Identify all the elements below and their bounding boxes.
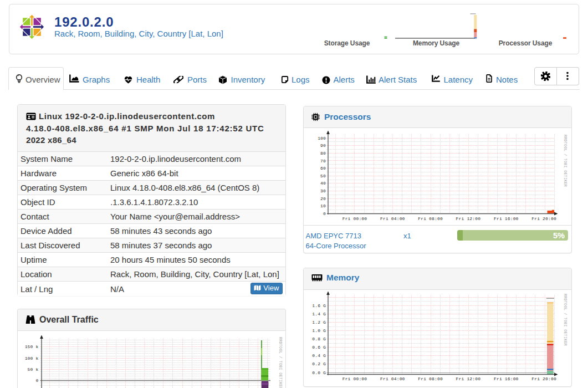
svg-text:0: 0	[35, 378, 38, 383]
svg-text:60: 60	[320, 166, 326, 171]
svg-text:30: 30	[320, 188, 326, 193]
svg-text:Fri 04:00: Fri 04:00	[380, 216, 405, 221]
svg-text:100 k: 100 k	[25, 356, 39, 361]
svg-text:Fri 16:00: Fri 16:00	[494, 376, 519, 381]
svg-text:Fri 20:00: Fri 20:00	[531, 216, 556, 221]
svg-text:0.6 G: 0.6 G	[312, 345, 326, 350]
svg-text:0.0 G: 0.0 G	[312, 370, 326, 375]
svg-text:40: 40	[320, 181, 326, 186]
svg-text:90: 90	[320, 143, 326, 148]
svg-text:0: 0	[323, 211, 326, 216]
svg-text:150 k: 150 k	[25, 344, 39, 349]
svg-text:Fri 00:00: Fri 00:00	[342, 376, 367, 381]
svg-text:0.2 G: 0.2 G	[312, 361, 326, 366]
svg-text:50 k: 50 k	[28, 367, 39, 372]
svg-text:Fri 20:00: Fri 20:00	[531, 376, 556, 381]
svg-text:0.4 G: 0.4 G	[312, 353, 326, 358]
svg-text:80: 80	[320, 151, 326, 156]
svg-text:100: 100	[318, 136, 326, 141]
svg-text:Fri 08:00: Fri 08:00	[418, 376, 443, 381]
svg-text:Fri 04:00: Fri 04:00	[380, 376, 405, 381]
svg-text:1.2 G: 1.2 G	[312, 320, 326, 325]
svg-text:Fri 08:00: Fri 08:00	[418, 216, 443, 221]
svg-text:10: 10	[320, 203, 326, 208]
svg-text:Fri 00:00: Fri 00:00	[342, 216, 367, 221]
svg-text:50: 50	[320, 173, 326, 178]
svg-text:20: 20	[320, 196, 326, 201]
svg-text:1.4 G: 1.4 G	[312, 312, 326, 316]
svg-text:Fri 16:00: Fri 16:00	[494, 216, 519, 221]
svg-text:1.6 G: 1.6 G	[312, 303, 326, 308]
svg-text:0.8 G: 0.8 G	[312, 336, 326, 341]
svg-text:Fri 12:00: Fri 12:00	[456, 376, 481, 381]
svg-text:70: 70	[320, 159, 326, 164]
svg-text:1.0 G: 1.0 G	[312, 328, 326, 333]
svg-text:Fri 12:00: Fri 12:00	[456, 216, 481, 221]
